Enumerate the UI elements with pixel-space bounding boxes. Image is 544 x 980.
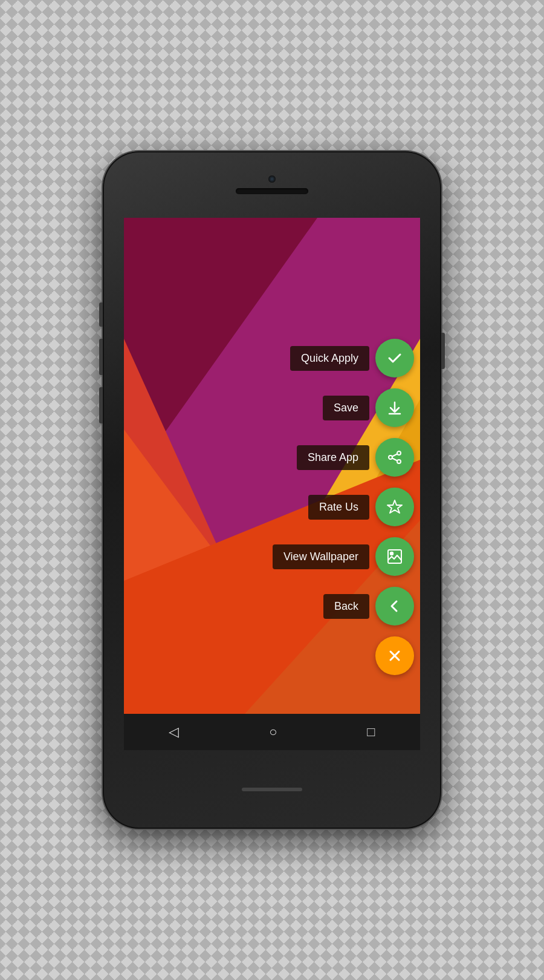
rate-us-item: Rate Us bbox=[308, 488, 414, 526]
view-wallpaper-item: View Wallpaper bbox=[273, 537, 414, 576]
bottom-bezel bbox=[103, 750, 441, 829]
save-label: Save bbox=[323, 396, 369, 420]
phone-screen: Quick Apply Save bbox=[124, 218, 420, 714]
save-item: Save bbox=[323, 388, 414, 427]
svg-point-10 bbox=[389, 456, 392, 459]
svg-point-11 bbox=[397, 460, 401, 463]
front-camera-icon bbox=[268, 175, 276, 183]
nav-back-button[interactable]: ◁ bbox=[169, 724, 179, 740]
nav-recents-button[interactable]: □ bbox=[367, 724, 375, 740]
volume-silent-button bbox=[99, 302, 103, 327]
back-button[interactable] bbox=[375, 587, 414, 626]
download-icon bbox=[386, 399, 403, 416]
quick-apply-label: Quick Apply bbox=[290, 346, 369, 371]
view-wallpaper-label: View Wallpaper bbox=[273, 544, 369, 569]
close-x-icon bbox=[386, 647, 403, 664]
svg-marker-14 bbox=[387, 500, 402, 513]
svg-point-9 bbox=[397, 451, 401, 455]
nav-home-button[interactable]: ○ bbox=[269, 724, 277, 740]
power-button bbox=[441, 333, 445, 369]
back-chevron-icon bbox=[386, 598, 403, 615]
view-wallpaper-button[interactable] bbox=[375, 537, 414, 576]
svg-rect-15 bbox=[388, 550, 401, 563]
svg-line-13 bbox=[392, 459, 397, 461]
menu-container: Quick Apply Save bbox=[273, 339, 414, 675]
navigation-bar: ◁ ○ □ bbox=[124, 714, 420, 750]
home-indicator bbox=[242, 788, 302, 791]
phone-device: Quick Apply Save bbox=[103, 151, 441, 829]
svg-line-12 bbox=[392, 454, 397, 457]
back-item: Back bbox=[323, 587, 414, 626]
save-button[interactable] bbox=[375, 388, 414, 427]
quick-apply-item: Quick Apply bbox=[290, 339, 414, 377]
close-button[interactable] bbox=[375, 636, 414, 675]
close-item bbox=[375, 636, 414, 675]
earpiece-speaker bbox=[236, 188, 308, 194]
svg-point-16 bbox=[390, 552, 393, 555]
image-expand-icon bbox=[386, 548, 403, 565]
quick-apply-button[interactable] bbox=[375, 339, 414, 377]
share-app-label: Share App bbox=[297, 445, 369, 470]
star-icon bbox=[386, 498, 403, 515]
share-icon bbox=[386, 449, 403, 466]
rate-us-label: Rate Us bbox=[308, 495, 369, 520]
back-label: Back bbox=[323, 594, 369, 619]
volume-up-button bbox=[99, 339, 103, 375]
top-bezel bbox=[103, 151, 441, 218]
rate-us-button[interactable] bbox=[375, 488, 414, 526]
share-app-item: Share App bbox=[297, 438, 414, 477]
volume-down-button bbox=[99, 387, 103, 423]
checkmark-icon bbox=[386, 350, 403, 367]
share-app-button[interactable] bbox=[375, 438, 414, 477]
